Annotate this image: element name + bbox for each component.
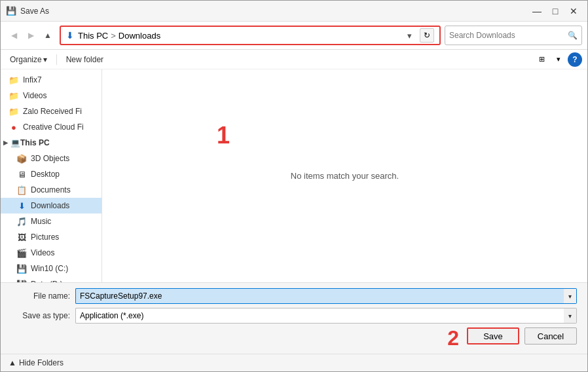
- address-chevron[interactable]: ▾: [403, 29, 416, 42]
- nav-buttons: ◀ ▶ ▲: [6, 28, 56, 43]
- sidebar-item-label: Win10 (C:): [31, 264, 68, 273]
- sidebar-item-win10[interactable]: 💾 Win10 (C:): [1, 261, 101, 276]
- window-title: Save As: [20, 7, 528, 16]
- window-icon: 💾: [6, 6, 16, 16]
- button-row: 2 Save Cancel: [11, 327, 577, 348]
- documents-icon: 📋: [16, 185, 27, 195]
- window-controls: — □ ✕: [528, 3, 582, 20]
- sidebar-item-videos[interactable]: 📁 Videos: [1, 88, 101, 103]
- pictures-icon: 🖼: [16, 232, 27, 242]
- empty-message: No items match your search.: [102, 69, 587, 282]
- content-panel: No items match your search.: [102, 69, 587, 282]
- savetype-select[interactable]: Application (*.exe): [75, 308, 564, 324]
- savetype-dropdown-button[interactable]: ▾: [564, 308, 577, 324]
- sidebar-item-3d-objects[interactable]: 📦 3D Objects: [1, 151, 101, 166]
- hide-folders-label: Hide Folders: [19, 358, 64, 367]
- bottom-area: File name: ▾ Save as type: Application (…: [1, 282, 587, 354]
- savetype-row: Save as type: Application (*.exe) ▾: [11, 308, 577, 324]
- sidebar-item-music[interactable]: 🎵 Music: [1, 214, 101, 229]
- search-icon: 🔍: [568, 31, 578, 40]
- sidebar-item-label: Music: [31, 217, 51, 226]
- new-folder-button[interactable]: New folder: [62, 54, 107, 65]
- sidebar-item-videos2[interactable]: 🎬 Videos: [1, 245, 101, 261]
- location-icon: ⬇: [66, 30, 74, 41]
- organize-label: Organize: [10, 55, 42, 64]
- sidebar-item-label: Downloads: [31, 201, 69, 210]
- search-input[interactable]: [449, 31, 565, 40]
- folder-icon: 📁: [9, 75, 19, 85]
- sidebar-item-label: Pictures: [31, 232, 59, 242]
- sidebar-item-label: Infix7: [23, 75, 42, 84]
- this-pc-breadcrumb[interactable]: This PC: [78, 31, 108, 41]
- sidebar-item-infix7[interactable]: 📁 Infix7: [1, 72, 101, 88]
- downloads-icon: ⬇: [16, 200, 27, 211]
- sidebar-item-downloads[interactable]: ⬇ Downloads: [1, 198, 101, 214]
- search-box[interactable]: 🔍: [445, 26, 582, 45]
- view-chevron-icon: ▾: [557, 55, 560, 64]
- drive-d-icon: 💾: [16, 279, 27, 282]
- back-button[interactable]: ◀: [6, 28, 22, 43]
- toolbar-separator: [56, 54, 57, 65]
- sidebar-item-label: This PC: [20, 138, 50, 147]
- sidebar-item-label: Videos: [23, 91, 46, 100]
- annotation-2: 2: [447, 327, 459, 348]
- save-button[interactable]: Save: [467, 327, 519, 344]
- drive-c-icon: 💾: [16, 263, 27, 274]
- up-button[interactable]: ▲: [40, 28, 56, 43]
- filename-input-wrap: ▾: [75, 288, 577, 304]
- music-icon: 🎵: [16, 216, 27, 227]
- sidebar-section-this-pc[interactable]: ▶ 💻 This PC: [1, 135, 101, 151]
- minimize-button[interactable]: —: [528, 3, 545, 20]
- help-button[interactable]: ?: [568, 52, 582, 67]
- address-bar-row: ◀ ▶ ▲ ⬇ This PC > Downloads ▾ ↻ 🔍: [1, 22, 587, 50]
- sidebar-item-creative-cloud[interactable]: ● Creative Cloud Fi: [1, 119, 101, 135]
- folder-icon: 📁: [9, 106, 19, 117]
- sidebar-item-label: Desktop: [31, 170, 60, 179]
- cancel-button[interactable]: Cancel: [524, 327, 577, 344]
- sidebar-item-label: Data (D:): [31, 280, 63, 282]
- desktop-icon: 🖥: [16, 169, 27, 179]
- sidebar-item-label: Creative Cloud Fi: [23, 122, 84, 132]
- view-mode-button[interactable]: ⊞: [534, 52, 549, 67]
- address-bar[interactable]: ⬇ This PC > Downloads ▾ ↻: [60, 26, 441, 45]
- view-icon: ⊞: [539, 55, 545, 64]
- toolbar: Organize ▾ New folder ⊞ ▾ ?: [1, 50, 587, 69]
- sidebar: 📁 Infix7 📁 Videos 📁 Zalo Received Fi ● C…: [1, 69, 102, 282]
- refresh-button[interactable]: ↻: [420, 28, 434, 43]
- folder-icon: 📁: [9, 90, 19, 101]
- sidebar-item-data-d[interactable]: 💾 Data (D:): [1, 276, 101, 282]
- title-bar: 💾 Save As — □ ✕: [1, 1, 587, 22]
- save-as-dialog: 💾 Save As — □ ✕ ◀ ▶ ▲ ⬇ This PC > Downlo…: [0, 0, 588, 372]
- sidebar-item-desktop[interactable]: 🖥 Desktop: [1, 166, 101, 182]
- filename-label: File name:: [11, 291, 70, 301]
- close-button[interactable]: ✕: [565, 3, 582, 20]
- this-pc-icon: 💻: [10, 138, 20, 147]
- maximize-button[interactable]: □: [547, 3, 564, 20]
- filename-dropdown-button[interactable]: ▾: [564, 288, 577, 304]
- view-buttons: ⊞ ▾ ?: [534, 52, 582, 67]
- main-area: 1 📁 Infix7 📁 Videos 📁 Zalo Received Fi ●…: [1, 69, 587, 282]
- sidebar-item-label: 3D Objects: [31, 154, 69, 163]
- expand-icon: ▶: [3, 140, 8, 146]
- savetype-label: Save as type:: [11, 311, 70, 320]
- hide-folders-icon: ▲: [9, 358, 16, 367]
- sidebar-item-label: Videos: [31, 248, 54, 257]
- 3d-objects-icon: 📦: [16, 153, 27, 164]
- organize-button[interactable]: Organize ▾: [6, 54, 51, 65]
- current-folder-breadcrumb: Downloads: [119, 31, 160, 41]
- creative-cloud-icon: ●: [9, 122, 19, 132]
- hide-folders-row: ▲ Hide Folders: [1, 354, 587, 371]
- videos-icon: 🎬: [16, 248, 27, 258]
- hide-folders-button[interactable]: ▲ Hide Folders: [6, 357, 66, 369]
- view-chevron-button[interactable]: ▾: [551, 52, 566, 67]
- filename-row: File name: ▾: [11, 288, 577, 304]
- filename-input[interactable]: [75, 288, 564, 304]
- sidebar-item-zalo[interactable]: 📁 Zalo Received Fi: [1, 103, 101, 119]
- address-path: This PC > Downloads: [78, 31, 399, 41]
- new-folder-label: New folder: [66, 55, 103, 64]
- sidebar-item-pictures[interactable]: 🖼 Pictures: [1, 229, 101, 245]
- savetype-input-wrap: Application (*.exe) ▾: [75, 308, 577, 324]
- sidebar-item-documents[interactable]: 📋 Documents: [1, 182, 101, 198]
- forward-button[interactable]: ▶: [23, 28, 39, 43]
- sidebar-item-label: Zalo Received Fi: [23, 107, 82, 116]
